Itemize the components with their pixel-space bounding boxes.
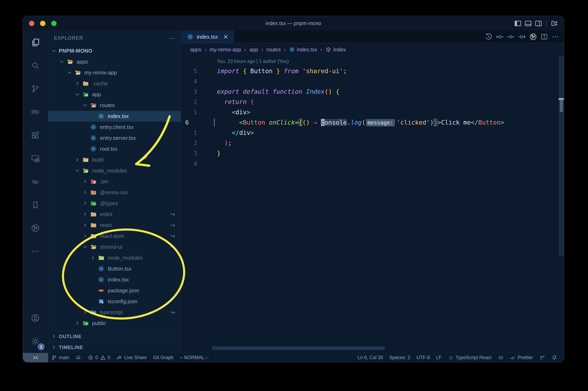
status-git-graph[interactable]: Git Graph [150,353,177,362]
activity-source-control[interactable] [23,77,48,100]
activity-run-debug[interactable] [23,100,48,123]
layout-customize-icon[interactable] [550,19,559,27]
tree-item-root-tsx[interactable]: root.tsx [48,143,181,154]
status-eol[interactable]: LF [433,355,445,360]
status-live-share[interactable]: Live Share [113,353,150,362]
activity-remote-explorer[interactable] [23,147,48,170]
breadcrumb-app[interactable]: app [249,47,258,53]
tree-item-my-remix-app[interactable]: my-remix-app [48,67,181,78]
explorer-more-actions-icon[interactable]: ⋯ [169,34,175,42]
codelens[interactable]: You, 23 hours ago | 1 author (You) [181,57,564,66]
gitlens-graph-icon[interactable] [529,33,537,41]
status-feedback[interactable] [536,355,548,361]
status-publish-changes[interactable] [72,353,85,362]
tab-close-icon[interactable]: ✕ [223,33,228,40]
status-encoding[interactable]: UTF-8 [413,355,433,360]
tree-item-tsconfig-json[interactable]: TStsconfig.json [48,296,181,307]
breadcrumb-index-tsx[interactable]: index.tsx [289,47,317,53]
sidebar-section-timeline[interactable]: TIMELINE [48,342,181,353]
tree-item-index-tsx[interactable]: index.tsx [48,111,181,122]
code-line[interactable]: 4 [181,76,564,87]
commit-current-icon[interactable] [507,33,515,41]
tree-item-typescript[interactable]: TStypescript↪ [48,307,181,318]
tree-item--bin[interactable]: 01.bin [48,176,181,187]
tree-item-build[interactable]: build [48,154,181,165]
tree-item-shared-ui[interactable]: shared-ui↪ [48,242,181,252]
breadcrumb-my-remix-app[interactable]: my-remix-app [210,47,241,53]
tree-root[interactable]: PNPM-MONO [48,45,181,56]
activity-bookmarks[interactable] [23,193,48,216]
code-line[interactable]: 1 <div> [181,107,564,117]
code-line[interactable]: 2 ); [181,138,564,148]
tree-item-app[interactable]: app [48,89,181,100]
sidebar-section-outline[interactable]: OUTLINE [48,331,181,342]
layout-controls [514,16,559,31]
status-cursor-position[interactable]: Ln 6, Col 30 [354,355,386,360]
status-language-mode[interactable]: {}TypeScript React [445,355,495,361]
activity-explorer[interactable] [23,31,48,54]
tree-item-node-modules[interactable]: node_modules [48,252,181,263]
tree-item-react-dom[interactable]: react-dom↪ [48,231,181,242]
layout-panel-icon[interactable] [524,19,532,27]
activity-nx-console[interactable]: N≥ [23,170,48,193]
remote-indicator[interactable] [23,353,48,362]
code-line[interactable]: 3export default function Index() { [181,87,564,97]
status-formatter[interactable]: Prettier [507,355,536,361]
status-copilot[interactable] [495,355,507,361]
source-control-icon [31,84,40,94]
code-area[interactable]: You, 23 hours ago | 1 author (You)5impor… [181,56,564,353]
line-number: 5 [181,66,197,76]
activity-settings[interactable]: 1 [23,330,48,353]
activity-more-views[interactable] [23,240,48,263]
status-problems[interactable]: 00 [85,353,113,362]
tab-index-tsx[interactable]: index.tsx ✕ [181,31,234,43]
tree-item-entry-server-tsx[interactable]: entry.server.tsx [48,133,181,143]
tree-item-entry-client-tsx[interactable]: entry.client.tsx [48,122,181,133]
tree-item-public[interactable]: public [48,318,181,329]
minimize-window-button[interactable] [40,21,45,26]
status-branch[interactable]: main [48,353,72,362]
tree-item-routes[interactable]: routes [48,100,181,111]
breadcrumb-routes[interactable]: routes [267,47,281,53]
activity-accounts[interactable] [23,306,48,330]
horizontal-scrollbar[interactable] [212,346,385,350]
status-vim-mode[interactable]: -- NORMAL -- [177,353,212,362]
maximize-window-button[interactable] [51,21,57,26]
file-history-icon[interactable] [485,33,493,41]
tree-item-button-tsx[interactable]: Button.tsx [48,263,181,274]
tree-item-apps[interactable]: apps [48,56,181,67]
vertical-scrollbar[interactable] [559,56,564,256]
layout-secondary-icon[interactable] [534,19,543,27]
tree-item-react[interactable]: react↪ [48,220,181,231]
breadcrumb-separator: › [244,46,246,53]
activity-gitlens[interactable] [23,216,48,240]
code-line[interactable]: 1 </div> [181,128,564,138]
breadcrumb-index[interactable]: Index [325,47,346,53]
accounts-icon [31,313,40,323]
code-line[interactable]: 3} [181,148,564,159]
code-line[interactable]: 2 return ( [181,97,564,107]
tree-item--cache[interactable]: .cache [48,78,181,89]
code-line[interactable]: 5import { Button } from 'shared-ui'; [181,66,564,76]
status-indentation[interactable]: Spaces: 2 [386,355,413,360]
activity-search[interactable] [23,54,48,77]
sidebar-sections: OUTLINETIMELINE [48,331,181,353]
tree-item-node-modules[interactable]: node_modules [48,165,181,176]
breadcrumb-apps[interactable]: apps [190,47,201,53]
tree-item-index-tsx[interactable]: index.tsx [48,274,181,285]
close-window-button[interactable] [29,21,34,26]
code-line[interactable]: 6 <Button onClick={() ⇒ console.log(mess… [181,117,564,128]
status-notifications[interactable] [548,355,560,361]
commit-prev-icon[interactable] [496,33,504,41]
split-editor-icon[interactable] [540,33,548,41]
tree-item--remix-run[interactable]: @remix-run [48,187,181,198]
layout-sidebar-icon[interactable] [514,19,522,27]
code-line[interactable]: 4 [181,159,564,169]
commit-next-icon[interactable] [518,33,526,41]
tree-item-eslint[interactable]: eslint↪ [48,209,181,220]
more-actions-icon[interactable] [551,33,559,41]
activity-extensions[interactable] [23,123,48,147]
editor-toolbar [485,31,564,43]
tree-item--types[interactable]: TS@types [48,198,181,209]
tree-item-package-json[interactable]: npmpackage.json [48,285,181,296]
